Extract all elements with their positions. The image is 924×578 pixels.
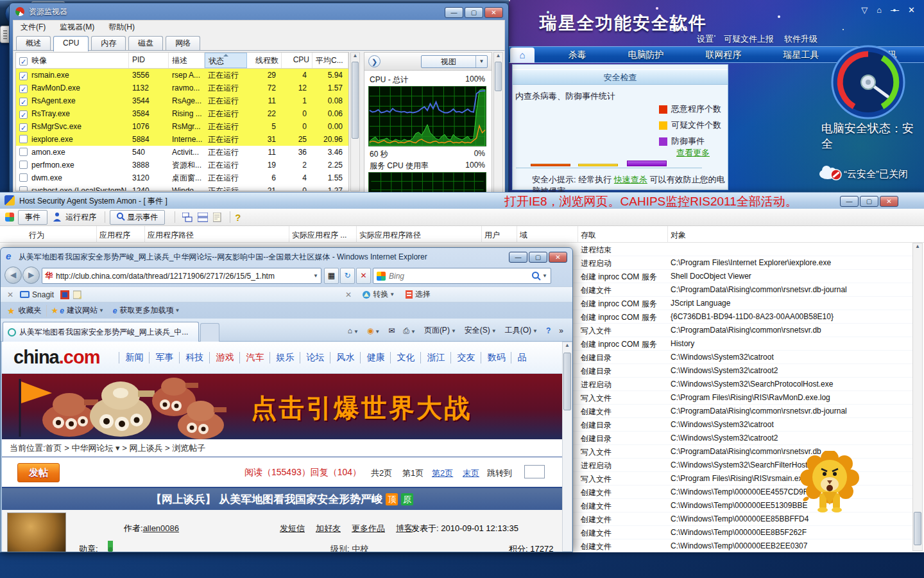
address-field[interactable]: 华 http://club.china.com/data/thread/1217… [42, 268, 321, 284]
maximize-button[interactable]: ▢ [465, 7, 483, 18]
rising-lion-mascot[interactable] [800, 451, 860, 512]
close-button[interactable]: ✕ [880, 196, 898, 207]
rising-top-link[interactable]: 设置 [697, 33, 714, 45]
rising-tab[interactable]: 联网程序 [706, 49, 742, 61]
process-row[interactable]: ✓RsMgrSvc.exe 1076 RsMgr... 正在运行 5 0 0.0… [16, 120, 348, 133]
ad-banner[interactable]: 点击引爆世界大战 [2, 374, 562, 439]
page-menu[interactable]: 页面(P)▼ [424, 325, 456, 336]
process-row[interactable]: dwm.exe 3120 桌面窗... 正在运行 6 4 1.55 [16, 171, 348, 184]
row-checkbox[interactable]: ✓ [19, 98, 28, 106]
security-menu[interactable]: 安全(S)▼ [465, 325, 497, 336]
minimize-button[interactable]: — [840, 196, 859, 207]
view-more-link[interactable]: 查看更多 [676, 147, 710, 159]
close-button[interactable]: ✕ [484, 7, 503, 18]
tile-vertical-icon[interactable] [198, 213, 208, 222]
china-nav-link[interactable]: 科技 [179, 352, 209, 363]
row-checkbox[interactable]: ✓ [19, 123, 28, 132]
china-nav-link[interactable]: 浙江 [420, 352, 450, 363]
amon-column-header[interactable]: 应用程序 [99, 230, 130, 241]
convert-button[interactable]: 转换 [373, 289, 388, 300]
properties-icon[interactable] [213, 213, 223, 222]
col-cpu[interactable]: CPU [282, 53, 312, 68]
home-icon[interactable]: ⌂ [877, 5, 882, 15]
page-scrollbar[interactable]: ▲ [562, 342, 572, 552]
process-row[interactable]: amon.exe 540 Activit... 正在运行 11 36 3.46 [16, 146, 348, 159]
chevron-down-icon[interactable]: ▼ [99, 308, 104, 313]
process-row[interactable]: ✓RsAgent.exe 3544 RsAge... 正在运行 11 1 0.0… [16, 94, 348, 107]
page-2-link[interactable]: 第2页 [432, 468, 453, 479]
run-programs-button[interactable]: 运行程序 [65, 212, 96, 223]
print-icon[interactable]: ⎙▼ [403, 326, 416, 335]
amon-column-header[interactable]: 域 [520, 230, 527, 241]
amon-column-header[interactable]: 行为 [29, 230, 44, 241]
maximize-button[interactable]: ▢ [860, 196, 878, 207]
rising-top-link[interactable]: 软件升级 [784, 33, 817, 45]
active-tab[interactable]: 从美军地图看我国家安全形势严峻_网上谈兵_中... [3, 322, 199, 342]
stop-button[interactable]: ✕ [356, 268, 371, 284]
compatibility-view-button[interactable]: ▦ [324, 268, 339, 284]
resmon-tab[interactable]: CPU [53, 36, 89, 51]
close-button[interactable]: ✕ [549, 252, 567, 263]
menu-item[interactable]: 监视器(M) [53, 22, 101, 33]
china-nav-link[interactable]: 新闻 [119, 352, 149, 363]
close-button[interactable]: ✕ [908, 5, 915, 15]
minimize-button[interactable]: — [445, 7, 463, 18]
resmon-tab[interactable]: 概述 [16, 36, 51, 50]
select-all-checkbox[interactable]: ✓ [19, 57, 28, 66]
snagit-label[interactable]: Snagit [32, 290, 54, 299]
back-button[interactable]: ◀ [4, 267, 22, 284]
amon-column-header[interactable]: 对象 [671, 230, 686, 241]
row-checkbox[interactable] [19, 135, 28, 143]
author-action-link[interactable]: 发短信 [280, 523, 305, 534]
maximize-button[interactable]: ▢ [529, 252, 547, 263]
scrollbar-thumb[interactable] [352, 62, 359, 139]
col-pid[interactable]: PID [129, 53, 169, 68]
rss-icon[interactable]: ◉▼ [367, 326, 380, 335]
china-nav-link[interactable]: 汽车 [239, 352, 270, 363]
author-action-link[interactable]: 加好友 [316, 523, 341, 534]
row-checkbox[interactable] [19, 173, 28, 182]
author-name-link[interactable]: allen0086 [143, 523, 179, 533]
resmon-tab[interactable]: 网络 [166, 36, 200, 50]
new-post-button[interactable]: 发帖 [17, 463, 60, 482]
banner-text[interactable]: 点击引爆世界大战 [251, 390, 472, 426]
process-row[interactable]: perfmon.exe 3888 资源和... 正在运行 19 2 2.25 [16, 159, 348, 171]
menu-item[interactable]: 帮助(H) [101, 22, 142, 33]
china-nav-link[interactable]: 健康 [360, 352, 390, 363]
china-nav-link[interactable]: 品 [511, 352, 532, 363]
row-checkbox[interactable] [19, 161, 28, 169]
quick-scan-link[interactable]: 快速查杀 [614, 175, 647, 184]
skin-icon[interactable]: ▽ [861, 5, 868, 15]
ie-titlebar[interactable]: e 从美军地图看我国家安全形势严峻_网上谈兵_中华网论坛--网友影响中国--全国… [1, 248, 572, 265]
resmon-tab[interactable]: 内存 [91, 36, 126, 50]
minimize-button[interactable]: — [891, 5, 899, 15]
help-icon[interactable]: ? [235, 212, 241, 223]
table-scrollbar[interactable]: ▲ [350, 52, 360, 191]
view-button[interactable]: 视图▼ [421, 55, 488, 68]
resmon-tab[interactable]: 磁盘 [128, 36, 163, 50]
amon-column-header[interactable]: 实际应用程序路径 [359, 230, 421, 241]
chevron-down-icon[interactable]: ▼ [475, 56, 487, 67]
help-icon[interactable]: ? [546, 326, 551, 335]
author-action-link[interactable]: 更多作品 [352, 523, 385, 534]
show-events-button[interactable]: 显示事件 [110, 210, 165, 225]
capture-icon[interactable] [60, 290, 69, 299]
rising-top-link[interactable]: 可疑文件上报 [724, 33, 774, 45]
row-checkbox[interactable] [19, 186, 28, 191]
drag-handle[interactable] [3, 30, 7, 39]
col-image[interactable]: ✓映像 [16, 53, 129, 68]
overflow-chevron-icon[interactable]: » [559, 326, 563, 335]
row-checkbox[interactable]: ✓ [19, 110, 28, 119]
china-nav-link[interactable]: 数码 [481, 352, 511, 363]
jump-page-input[interactable] [524, 465, 545, 478]
badge-original[interactable]: 原 [401, 493, 413, 505]
search-box[interactable]: Bing ▼ [373, 268, 551, 284]
china-nav-link[interactable]: 军事 [149, 352, 179, 363]
select-button[interactable]: 选择 [415, 289, 431, 300]
scrollbar-thumb[interactable] [495, 62, 502, 91]
last-page-link[interactable]: 末页 [463, 468, 479, 479]
author-action-link[interactable]: 博客 [396, 523, 413, 534]
events-button[interactable]: 事件 [18, 210, 47, 225]
author-avatar[interactable] [7, 512, 66, 552]
amon-scrollbar[interactable]: ▲ [912, 243, 923, 551]
